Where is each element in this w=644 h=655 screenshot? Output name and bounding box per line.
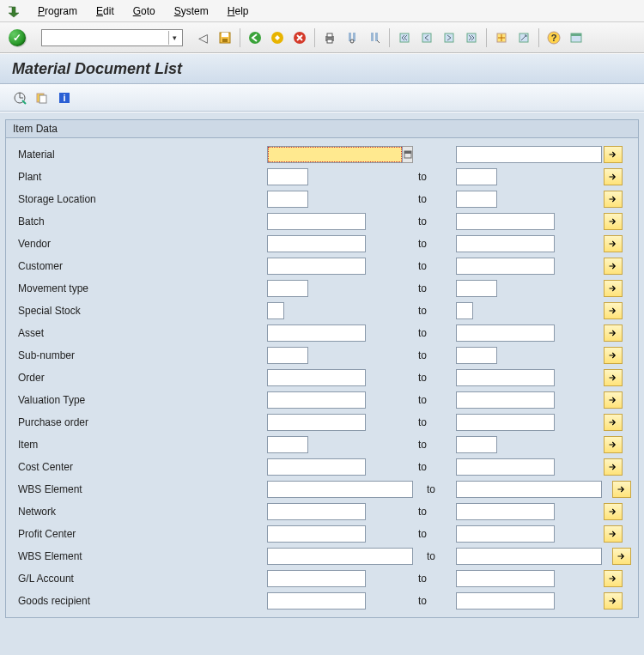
multiple-selection-button[interactable] — [604, 191, 623, 208]
row-storage-location: Storage Locationto — [6, 188, 638, 210]
shortcut-button[interactable] — [514, 28, 533, 47]
to-input[interactable] — [456, 258, 555, 275]
get-variant-button[interactable] — [34, 90, 50, 106]
multiple-selection-button[interactable] — [612, 548, 631, 565]
multiple-selection-button[interactable] — [604, 213, 623, 230]
multiple-selection-button[interactable] — [604, 369, 623, 386]
to-input[interactable] — [456, 525, 555, 543]
multiple-selection-button[interactable] — [604, 324, 623, 342]
from-input[interactable] — [267, 503, 366, 520]
to-input[interactable] — [456, 391, 555, 409]
from-input[interactable] — [267, 191, 308, 208]
enter-button[interactable]: ✓ — [9, 29, 26, 46]
to-input[interactable] — [456, 347, 497, 364]
to-label: to — [413, 573, 456, 585]
to-input[interactable] — [456, 280, 497, 297]
multiple-selection-button[interactable] — [604, 146, 623, 163]
to-input[interactable] — [456, 548, 602, 565]
from-input[interactable] — [267, 258, 366, 275]
multiple-selection-button[interactable] — [604, 436, 623, 453]
dropdown-icon[interactable]: ▾ — [168, 31, 180, 45]
svg-rect-30 — [404, 151, 411, 154]
to-input[interactable] — [456, 503, 555, 520]
multiple-selection-button[interactable] — [604, 414, 623, 431]
multiple-selection-button[interactable] — [604, 570, 623, 587]
find-button[interactable] — [343, 28, 361, 47]
multiple-selection-button[interactable] — [604, 592, 623, 610]
to-input[interactable] — [456, 235, 555, 252]
multiple-selection-button[interactable] — [604, 280, 623, 297]
multiple-selection-button[interactable] — [604, 458, 623, 476]
to-input[interactable] — [456, 414, 555, 431]
help-button[interactable]: ? — [544, 28, 563, 47]
from-input[interactable] — [267, 347, 308, 364]
menu-system[interactable]: System — [166, 3, 217, 19]
app-menu-icon[interactable] — [7, 4, 21, 18]
exit-button[interactable] — [268, 28, 287, 47]
multiple-selection-button[interactable] — [604, 503, 623, 520]
back-green-button[interactable] — [246, 28, 264, 47]
menu-bar: ProgramEditGotoSystemHelp — [0, 0, 644, 22]
to-input[interactable] — [456, 146, 602, 163]
menu-program[interactable]: Program — [29, 3, 86, 19]
to-input[interactable] — [456, 191, 497, 208]
from-input[interactable] — [267, 548, 413, 565]
to-input[interactable] — [456, 302, 473, 319]
multiple-selection-button[interactable] — [604, 347, 623, 364]
row-sub-number: Sub-numberto — [6, 344, 638, 367]
to-input[interactable] — [456, 458, 555, 476]
menu-help[interactable]: Help — [219, 3, 258, 19]
to-label: to — [413, 372, 456, 384]
to-input[interactable] — [456, 592, 555, 610]
to-input[interactable] — [456, 213, 555, 230]
save-button[interactable] — [216, 28, 234, 47]
command-field[interactable]: ▾ — [41, 29, 183, 46]
info-button[interactable]: i — [57, 90, 72, 106]
to-input[interactable] — [456, 324, 555, 342]
multiple-selection-button[interactable] — [604, 168, 623, 185]
from-input[interactable] — [267, 324, 366, 342]
multiple-selection-button[interactable] — [612, 481, 631, 498]
next-page-button[interactable] — [440, 28, 459, 47]
first-page-button[interactable] — [395, 28, 414, 47]
menu-edit[interactable]: Edit — [88, 3, 123, 19]
multiple-selection-button[interactable] — [604, 391, 623, 409]
row-plant: Plantto — [6, 166, 638, 188]
from-input[interactable] — [267, 414, 366, 431]
menu-goto[interactable]: Goto — [125, 3, 164, 19]
from-input[interactable] — [267, 458, 366, 476]
to-input[interactable] — [456, 570, 555, 587]
last-page-button[interactable] — [462, 28, 481, 47]
multiple-selection-button[interactable] — [604, 302, 623, 319]
multiple-selection-button[interactable] — [604, 235, 623, 252]
value-help-button[interactable] — [402, 146, 413, 163]
field-label: Customer — [18, 260, 267, 272]
prev-page-button[interactable] — [417, 28, 436, 47]
to-input[interactable] — [456, 436, 497, 453]
from-input[interactable] — [267, 570, 366, 587]
multiple-selection-button[interactable] — [604, 258, 623, 275]
layout-button[interactable] — [567, 28, 586, 47]
new-session-button[interactable] — [492, 28, 511, 47]
from-input[interactable] — [267, 302, 284, 319]
from-input[interactable] — [267, 168, 308, 185]
multiple-selection-button[interactable] — [604, 525, 623, 543]
to-input[interactable] — [456, 481, 602, 498]
from-input[interactable] — [267, 213, 366, 230]
from-input[interactable] — [267, 436, 308, 453]
find-next-button[interactable] — [365, 28, 384, 47]
from-input[interactable] — [267, 235, 366, 252]
to-input[interactable] — [456, 168, 497, 185]
print-button[interactable] — [320, 28, 339, 47]
from-input[interactable] — [267, 525, 366, 543]
back-button[interactable]: ◁ — [193, 28, 212, 47]
from-input[interactable] — [267, 481, 413, 498]
to-input[interactable] — [456, 369, 555, 386]
cancel-button[interactable] — [290, 28, 309, 47]
from-input[interactable] — [267, 391, 366, 409]
from-input[interactable] — [267, 146, 403, 163]
from-input[interactable] — [267, 369, 366, 386]
from-input[interactable] — [267, 280, 308, 297]
execute-button[interactable] — [12, 90, 27, 106]
from-input[interactable] — [267, 592, 366, 610]
